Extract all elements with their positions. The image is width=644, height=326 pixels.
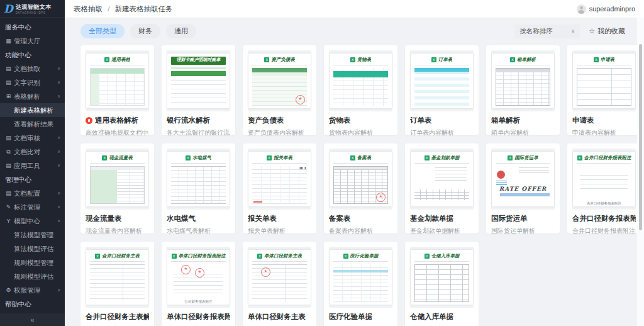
thumbnail-header: X国际货运单 bbox=[496, 155, 550, 164]
template-card[interactable]: X水电煤气水电煤气水电煤气表解析 bbox=[162, 143, 235, 233]
logo-title: 达观智能文本 bbox=[16, 3, 52, 11]
sidebar-subitem[interactable]: 新建表格解析 bbox=[0, 103, 65, 117]
template-card[interactable]: X医疗化验单据医疗化验单据医疗化验单据解析 bbox=[324, 242, 397, 326]
sidebar-item[interactable]: ⧉文档比对∨ bbox=[0, 145, 65, 159]
sort-dropdown[interactable]: 按名称排序 ∨ bbox=[514, 25, 580, 38]
sidebar-subitem[interactable]: 查看解析结果 bbox=[0, 117, 65, 131]
document-icon: ▤ bbox=[5, 186, 12, 200]
tab-filter[interactable]: 通用 bbox=[166, 24, 196, 38]
template-card[interactable]: X货物表货物表货物表内容解析 bbox=[324, 45, 397, 135]
sidebar-collapse-button[interactable]: « bbox=[0, 313, 65, 326]
sidebar-item[interactable]: ▤文字识别∨ bbox=[0, 76, 65, 89]
filter-toolbar: 全部类型财务通用 按名称排序 ∨ ☆ 我的收藏 bbox=[65, 18, 644, 38]
card-title-row: 仓储入库单据 bbox=[410, 312, 474, 322]
favorites-button[interactable]: ☆ 我的收藏 bbox=[589, 26, 625, 36]
thumbnail-header: X现金流量表 bbox=[90, 155, 145, 164]
template-card[interactable]: X现金流量表现金流量表现金流量表内容解析 bbox=[80, 143, 154, 233]
card-title: 合并口径财务报表附注 bbox=[572, 214, 636, 223]
chevron-down-icon: ∨ bbox=[57, 200, 60, 214]
chevron-down-icon: ∨ bbox=[57, 62, 60, 76]
thumbnail-header: X单体口径财务报表附注 bbox=[171, 253, 226, 262]
template-card[interactable]: X合并口径财务主表合并口径财务主表解析合并口径财务主表解析 bbox=[80, 242, 154, 326]
card-title: 国际货运单 bbox=[491, 214, 528, 223]
tab-filter[interactable]: 全部类型 bbox=[80, 24, 125, 38]
template-card[interactable]: X国际货运单RATE OFFER国际货运单国际货运单解析 bbox=[486, 143, 560, 233]
card-title: 报关单表 bbox=[248, 214, 277, 223]
sidebar-subitem[interactable]: 算法模型评估 bbox=[0, 242, 65, 256]
card-thumbnail: X仓储入库单据 bbox=[410, 247, 474, 308]
hot-badge-icon bbox=[86, 117, 92, 124]
card-title-row: 银行流水解析 bbox=[167, 116, 230, 125]
document-icon: ▤ bbox=[5, 159, 12, 172]
thumbnail-title: 通用表格 bbox=[111, 57, 130, 63]
sidebar-item[interactable]: ⚙权限管理∨ bbox=[0, 283, 65, 297]
sidebar-item[interactable]: Y模型中心∧ bbox=[0, 214, 65, 228]
template-card[interactable]: X箱单解析箱单解析箱单内容解析 bbox=[486, 45, 560, 135]
sidebar-subitem[interactable]: 规则模型管理 bbox=[0, 256, 65, 269]
sidebar-item[interactable]: ▤文档配置∨ bbox=[0, 186, 65, 200]
template-card[interactable]: X单体口径财务报表附注公司财务报表附注单体口径财务报表附注单体口径财务报表附注表… bbox=[162, 242, 235, 326]
freight-rate-text: RATE OFFER bbox=[496, 186, 550, 192]
sidebar-item[interactable]: ▤应用工具∨ bbox=[0, 159, 65, 172]
sidebar-item[interactable]: ⊞表格解析∧ bbox=[0, 89, 65, 103]
card-title: 订单表 bbox=[410, 116, 432, 125]
breadcrumb-separator: / bbox=[108, 5, 109, 13]
template-card[interactable]: X合并口径财务报表附注合并口径财务报表附注合并口径财务报表附注合并口径财务报表附… bbox=[567, 143, 641, 233]
card-subtitle: 高效准确地提取文档中的表格元素 bbox=[86, 128, 149, 137]
model-icon: Y bbox=[5, 214, 12, 228]
template-card[interactable]: X仓储入库单据仓储入库单据仓储入库单据解析 bbox=[405, 242, 479, 326]
card-subtitle: 合并口径财务报表附注表解析 bbox=[572, 227, 636, 235]
sidebar-item[interactable]: ▦管理大厅 bbox=[0, 34, 65, 48]
sidebar-subitem[interactable]: 算法模型管理 bbox=[0, 228, 65, 242]
thumbnail-title: 箱单解析 bbox=[517, 57, 536, 63]
template-card[interactable]: X资产负债表资产负债表资产负债表内容解析 bbox=[243, 45, 316, 135]
template-card[interactable]: X订单表订单表订单表内容解析 bbox=[405, 45, 479, 135]
excel-icon: X bbox=[257, 254, 262, 259]
sidebar-item-label: 文档抽取 bbox=[14, 65, 40, 72]
template-card[interactable]: X报关单表报关单表报关单表解析 bbox=[243, 143, 316, 233]
card-title-row: 箱单解析 bbox=[491, 116, 555, 125]
sidebar-item[interactable]: ▤文档抽取∨ bbox=[0, 62, 65, 76]
thumbnail-page: X备案表 bbox=[330, 152, 392, 206]
excel-icon: X bbox=[425, 155, 430, 160]
favorites-label: 我的收藏 bbox=[597, 26, 625, 36]
stamp-icon bbox=[261, 267, 270, 277]
sidebar-item-label: 文档审核 bbox=[14, 134, 40, 142]
card-title: 申请表 bbox=[572, 116, 594, 125]
card-thumbnail: X通用表格 bbox=[86, 50, 149, 111]
logo-subtitle: DATAGRAND IDPS bbox=[16, 11, 52, 14]
sidebar-item[interactable]: ✎标注管理∨ bbox=[0, 200, 65, 214]
card-title-row: 通用表格解析 bbox=[86, 116, 149, 125]
thumbnail-header: X合并口径财务报表附注 bbox=[577, 155, 631, 164]
card-subtitle: 申请表内容解析 bbox=[572, 128, 636, 137]
thumbnail-page: X仓储入库单据 bbox=[411, 250, 473, 305]
logo-text: 达观智能文本 DATAGRAND IDPS bbox=[16, 3, 52, 14]
thumbnail-title: 理财卡账户明细对账单 bbox=[177, 57, 221, 63]
excel-icon: X bbox=[431, 57, 436, 62]
card-subtitle: 订单表内容解析 bbox=[410, 128, 474, 137]
stamp-icon bbox=[195, 268, 204, 278]
thumbnail-table bbox=[90, 264, 145, 302]
user-menu[interactable]: superadminpro bbox=[577, 4, 635, 14]
thumbnail-page: X申请表 bbox=[573, 53, 635, 108]
card-thumbnail: X合并口径财务主表 bbox=[86, 247, 149, 308]
thumbnail-page: X水电煤气 bbox=[167, 152, 230, 206]
breadcrumb-section[interactable]: 表格抽取 bbox=[74, 5, 103, 13]
thumbnail-caption: 合并口径财务报表附注 bbox=[573, 201, 635, 206]
card-title: 银行流水解析 bbox=[167, 116, 210, 125]
template-card[interactable]: X通用表格通用表格解析高效准确地提取文档中的表格元素 bbox=[80, 45, 154, 135]
template-card[interactable]: X申请表申请表申请表内容解析 bbox=[567, 45, 641, 135]
card-thumbnail: X合并口径财务报表附注合并口径财务报表附注 bbox=[572, 149, 636, 210]
scrollbar-thumb[interactable] bbox=[639, 44, 642, 230]
card-thumbnail: X申请表 bbox=[572, 50, 636, 111]
card-title: 单体口径财务主表 bbox=[248, 312, 306, 322]
tab-filter[interactable]: 财务 bbox=[130, 24, 160, 38]
sidebar-item[interactable]: ▤文档审核∨ bbox=[0, 131, 65, 145]
template-card[interactable]: X单体口径财务主表单体口径财务主表单体口径财务主表 bbox=[243, 242, 316, 326]
thumbnail-table bbox=[252, 264, 307, 302]
template-card[interactable]: X备案表备案表备案表内容解析 bbox=[324, 143, 397, 233]
template-card[interactable]: X理财卡账户明细对账单银行流水解析各大主流银行的银行流水解析 bbox=[162, 45, 235, 135]
card-title: 医疗化验单据 bbox=[329, 312, 372, 322]
sidebar-subitem[interactable]: 规则模型评估 bbox=[0, 269, 65, 283]
template-card[interactable]: X基金划款单据基金划款单据基金划款单据解析 bbox=[405, 143, 479, 233]
